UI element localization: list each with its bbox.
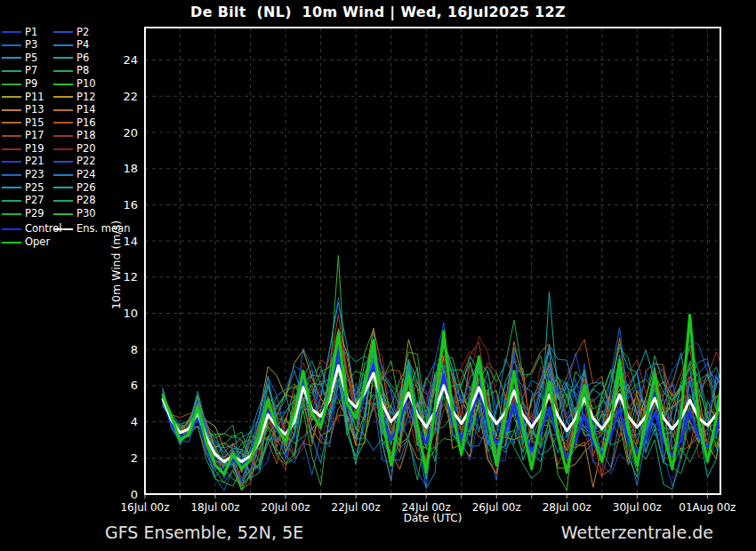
ensemble-member-lines (163, 255, 725, 491)
y-tick-label: 20 (123, 126, 138, 140)
series-lines (163, 255, 725, 491)
x-ticks: 16Jul 00z18Jul 00z20Jul 00z22Jul 00z24Ju… (120, 495, 736, 514)
y-tick-label: 10 (123, 307, 138, 320)
y-tick-label: 4 (131, 415, 138, 428)
y-tick-label: 2 (131, 451, 138, 465)
y-tick-label: 22 (123, 90, 138, 103)
footer-site-label: Wetterzentrale.de (561, 523, 713, 542)
y-tick-label: 14 (123, 235, 138, 248)
y-tick-labels: 024681012141618202224 (123, 53, 138, 500)
y-tick-label: 18 (123, 162, 138, 175)
y-tick-label: 12 (123, 270, 138, 283)
footer-source-label: GFS Ensemble, 52N, 5E (105, 523, 303, 542)
y-tick-label: 8 (131, 343, 138, 356)
meteogram-chart: De Bilt (NL) 10m Wind | Wed, 16Jul2025 1… (0, 0, 756, 551)
y-tick-label: 6 (131, 379, 138, 392)
y-tick-label: 24 (123, 53, 138, 67)
y-tick-label: 0 (131, 488, 138, 501)
y-tick-label: 16 (123, 198, 138, 212)
plot-area: 02468101214161820222416Jul 00z18Jul 00z2… (0, 0, 756, 551)
